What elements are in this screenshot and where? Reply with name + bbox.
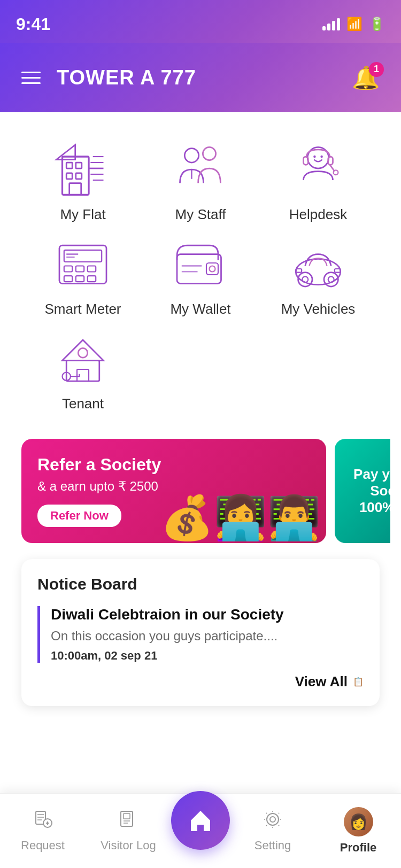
- svg-point-19: [334, 170, 338, 175]
- refer-banner-subtitle: & a earn upto ₹ 2500: [37, 479, 310, 494]
- svg-rect-3: [66, 173, 72, 179]
- my-flat-label: My Flat: [60, 206, 105, 223]
- svg-rect-32: [177, 254, 221, 284]
- tenant-icon: [53, 328, 112, 387]
- nav-home-button[interactable]: [171, 791, 230, 850]
- svg-rect-27: [76, 266, 84, 272]
- svg-point-20: [313, 156, 315, 158]
- grid-item-helpdesk[interactable]: Helpdesk: [262, 139, 374, 223]
- svg-rect-4: [76, 173, 82, 179]
- svg-rect-23: [64, 250, 102, 262]
- visitor-log-label: Visitor Log: [101, 839, 156, 852]
- svg-point-12: [184, 149, 198, 162]
- svg-point-21: [320, 156, 322, 158]
- header-title: TOWER A 777: [57, 66, 196, 89]
- my-staff-icon: [171, 139, 230, 198]
- svg-rect-1: [66, 162, 72, 168]
- bottom-nav: Request Visitor Log Setting 👩: [0, 793, 401, 868]
- svg-rect-22: [59, 245, 106, 284]
- nav-item-visitor-log[interactable]: Visitor Log: [86, 809, 171, 852]
- svg-rect-31: [88, 276, 96, 282]
- svg-point-47: [78, 348, 88, 358]
- notice-board: Notice Board Diwali Celebtraion in our S…: [21, 559, 380, 706]
- refer-banner-title: Refer a Society: [37, 455, 310, 475]
- grid-item-my-vehicles[interactable]: My Vehicles: [262, 234, 374, 317]
- icon-grid: My Flat My Staff: [11, 128, 390, 423]
- smart-meter-icon: [53, 234, 112, 292]
- notice-board-title: Notice Board: [37, 575, 364, 593]
- svg-point-14: [203, 147, 215, 160]
- my-staff-label: My Staff: [175, 206, 226, 223]
- svg-rect-29: [64, 276, 72, 282]
- setting-label: Setting: [255, 839, 291, 852]
- nav-item-setting[interactable]: Setting: [230, 809, 315, 852]
- svg-rect-45: [66, 361, 99, 382]
- svg-point-39: [302, 276, 308, 282]
- view-all-button[interactable]: View All 📋: [37, 673, 364, 690]
- helpdesk-label: Helpdesk: [289, 206, 347, 223]
- svg-rect-26: [64, 266, 72, 272]
- visitor-log-icon: [118, 809, 138, 834]
- notice-item-body: On this occasion you guys participate...…: [51, 629, 364, 644]
- menu-button[interactable]: [21, 72, 41, 84]
- battery-icon: 🔋: [369, 17, 385, 32]
- status-time: 9:41: [16, 14, 50, 34]
- header-left: TOWER A 777: [21, 66, 196, 89]
- nav-item-profile[interactable]: 👩 Profile: [315, 807, 401, 855]
- grid-item-my-staff[interactable]: My Staff: [144, 139, 257, 223]
- status-bar: 9:41 📶 🔋: [0, 0, 401, 43]
- svg-rect-42: [296, 269, 302, 273]
- notification-badge: 1: [369, 62, 384, 77]
- wifi-icon: 📶: [346, 17, 363, 32]
- svg-point-41: [328, 276, 334, 282]
- grid-item-my-wallet[interactable]: My Wallet: [144, 234, 257, 317]
- request-label: Request: [21, 839, 65, 852]
- profile-avatar: 👩: [344, 807, 373, 836]
- header: TOWER A 777 🔔 1: [0, 43, 401, 112]
- notice-item: Diwali Celebtraion in our Society On thi…: [37, 606, 364, 663]
- my-vehicles-label: My Vehicles: [281, 301, 356, 317]
- refer-banner[interactable]: Refer a Society & a earn upto ₹ 2500 Ref…: [21, 439, 326, 543]
- grid-item-smart-meter[interactable]: Smart Meter: [27, 234, 139, 317]
- helpdesk-icon: [289, 139, 348, 198]
- my-vehicles-icon: [289, 234, 348, 292]
- request-icon: [33, 809, 53, 834]
- notification-button[interactable]: 🔔 1: [352, 65, 380, 91]
- notice-item-time: 10:00am, 02 sep 21: [51, 649, 364, 663]
- tenant-label: Tenant: [62, 396, 104, 412]
- setting-icon: [263, 809, 283, 834]
- svg-rect-5: [70, 183, 81, 195]
- grid-item-my-flat[interactable]: My Flat: [27, 139, 139, 223]
- svg-rect-33: [206, 263, 218, 275]
- signal-icon: [322, 18, 340, 30]
- svg-rect-17: [328, 157, 333, 165]
- pay-banner-text: Pay your Soc100% c: [351, 466, 390, 516]
- svg-rect-28: [88, 266, 96, 272]
- nav-item-request[interactable]: Request: [0, 809, 86, 852]
- banners-section: Refer a Society & a earn upto ₹ 2500 Ref…: [11, 423, 390, 559]
- svg-rect-2: [76, 162, 82, 168]
- profile-label: Profile: [340, 841, 376, 855]
- main-content: My Flat My Staff: [0, 112, 401, 824]
- my-wallet-icon: [171, 234, 230, 292]
- notice-item-title: Diwali Celebtraion in our Society: [51, 606, 364, 623]
- status-icons: 📶 🔋: [322, 17, 385, 32]
- svg-rect-16: [304, 157, 309, 165]
- pay-banner[interactable]: Pay your Soc100% c: [335, 439, 390, 543]
- grid-item-tenant[interactable]: Tenant: [27, 328, 139, 412]
- my-flat-icon: [53, 139, 112, 198]
- smart-meter-label: Smart Meter: [44, 301, 121, 317]
- svg-rect-43: [335, 269, 341, 273]
- svg-point-63: [270, 817, 275, 822]
- view-all-label: View All: [295, 673, 348, 690]
- view-all-icon: 📋: [353, 677, 364, 687]
- svg-rect-30: [76, 276, 84, 282]
- my-wallet-label: My Wallet: [170, 301, 230, 317]
- refer-now-button[interactable]: Refer Now: [37, 505, 121, 527]
- svg-point-34: [210, 266, 215, 272]
- svg-rect-60: [124, 813, 130, 819]
- banner-illustration: 💰👩‍💻👨‍💻: [160, 493, 321, 543]
- svg-point-64: [267, 813, 279, 825]
